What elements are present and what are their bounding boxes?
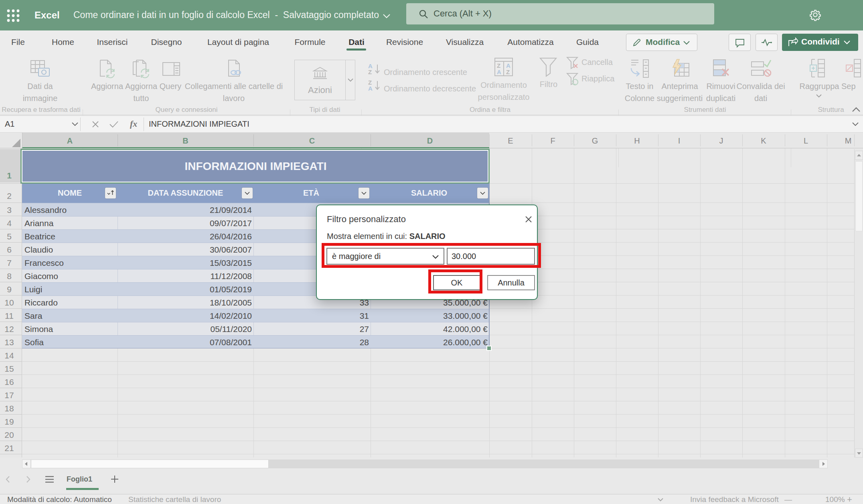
- svg-text:A: A: [506, 62, 511, 69]
- svg-text:Z: Z: [506, 69, 510, 75]
- svg-text:A: A: [497, 69, 501, 75]
- svg-text:Z: Z: [497, 62, 500, 69]
